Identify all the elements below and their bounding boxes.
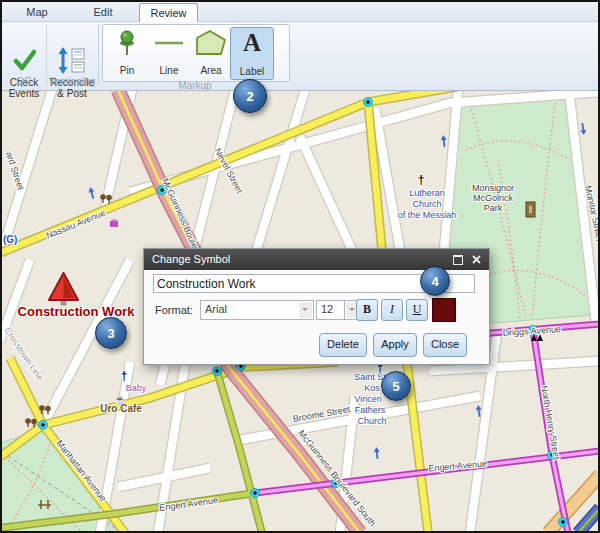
maximize-icon[interactable] <box>451 253 464 266</box>
ribbon-group-versioning: Reconcile & Post Versioning <box>47 21 97 89</box>
callout-badge-4: 4 <box>420 266 450 296</box>
map-label: McGolrick <box>473 193 513 203</box>
bold-button[interactable]: B <box>356 299 378 321</box>
map-label: of the Messiah <box>398 210 457 220</box>
area-tool-label: Area <box>190 65 232 76</box>
ribbon-group-qc: Check Events QC <box>2 21 46 89</box>
tab-map[interactable]: Map <box>12 3 62 21</box>
map-label: Park <box>484 203 503 213</box>
color-swatch[interactable] <box>432 298 456 322</box>
group-label-qc: QC <box>2 76 46 87</box>
close-icon[interactable] <box>470 253 483 266</box>
reconcile-post-button[interactable]: Reconcile & Post <box>49 45 95 99</box>
application-window: Map Edit Review Check Events QC <box>0 0 600 533</box>
area-tool-button[interactable]: Area <box>190 27 232 78</box>
pin-tool-label: Pin <box>106 65 148 76</box>
ribbon-group-markup: Pin Line Area A Label <box>102 24 290 82</box>
tab-review[interactable]: Review <box>139 3 198 22</box>
delete-button[interactable]: Delete <box>319 333 367 357</box>
dialog-title: Change Symbol <box>144 253 230 265</box>
map-label: Lutheran <box>409 188 445 198</box>
callout-badge-5: 5 <box>381 371 411 401</box>
map-label: (G) <box>3 234 17 245</box>
check-icon <box>4 45 44 75</box>
polygon-icon <box>190 27 232 59</box>
letter-a-icon: A <box>231 28 273 58</box>
line-segment-icon <box>148 27 190 59</box>
callout-badge-2: 2 <box>233 79 267 113</box>
pin-tool-button[interactable]: Pin <box>106 27 148 78</box>
map-label: Church <box>412 199 441 209</box>
italic-button[interactable]: I <box>381 299 403 321</box>
map-label: Church <box>357 416 386 426</box>
check-events-button[interactable]: Check Events <box>4 45 44 99</box>
map-label: Fathers <box>355 405 386 415</box>
line-tool-label: Line <box>148 65 190 76</box>
map-label: Monsignor <box>472 183 514 193</box>
map-label: ☕ <box>114 394 126 406</box>
font-family-select[interactable]: Arial <box>200 300 314 320</box>
line-tool-button[interactable]: Line <box>148 27 190 78</box>
map-label: Kos <box>364 383 380 393</box>
reconcile-icon <box>49 45 95 75</box>
font-size-select[interactable]: 12 <box>316 300 345 320</box>
pushpin-icon <box>106 27 148 59</box>
group-separator <box>98 24 99 84</box>
font-family-value: Arial <box>205 303 227 315</box>
apply-button[interactable]: Apply <box>373 333 417 357</box>
callout-badge-3: 3 <box>95 317 127 349</box>
tab-edit[interactable]: Edit <box>78 3 128 21</box>
ribbon: Map Edit Review Check Events QC <box>0 0 600 91</box>
label-tool-button[interactable]: A Label <box>230 27 274 80</box>
map-label: Baby <box>126 383 147 393</box>
map-label: † <box>417 172 424 187</box>
font-size-value: 12 <box>321 303 333 315</box>
label-tool-label: Label <box>231 66 273 77</box>
monument-icon <box>526 202 535 217</box>
ribbon-tab-strip: Map Edit Review <box>0 0 600 22</box>
map-label: Vincen <box>354 394 381 404</box>
map-label: † <box>121 369 128 383</box>
group-label-versioning: Versioning <box>47 76 97 87</box>
map-label: Construction Work <box>18 304 136 319</box>
close-button[interactable]: Close <box>423 333 467 357</box>
underline-button[interactable]: U <box>406 299 428 321</box>
chevron-down-icon[interactable] <box>299 302 312 318</box>
format-label: Format: <box>155 304 193 316</box>
